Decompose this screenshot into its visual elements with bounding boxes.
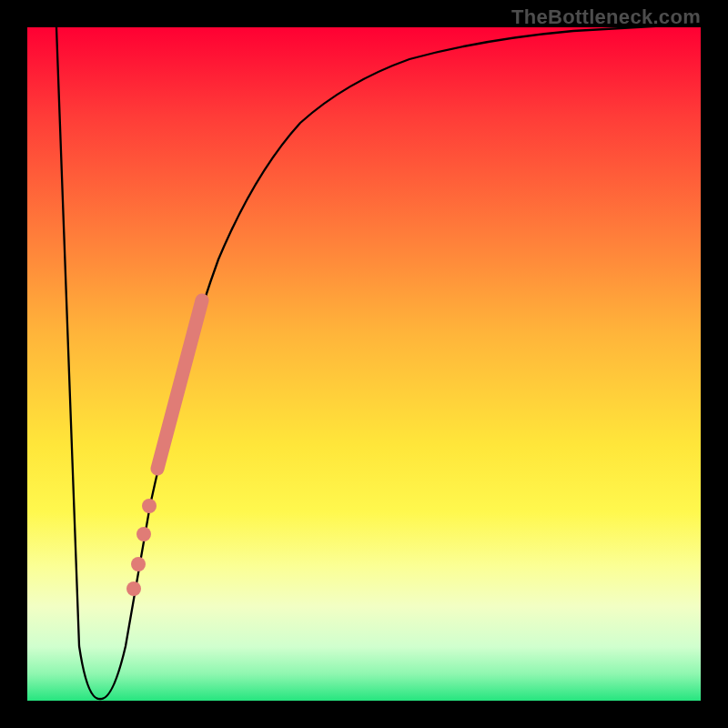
highlight-dot [131,557,146,571]
highlight-segment [157,300,202,469]
curve-layer [27,27,701,701]
highlight-dot [126,581,141,596]
highlight-dot [142,499,157,513]
bottleneck-curve [56,24,701,699]
chart-frame: TheBottleneck.com [0,0,728,728]
highlight-dot [136,527,151,541]
plot-area [27,27,701,701]
